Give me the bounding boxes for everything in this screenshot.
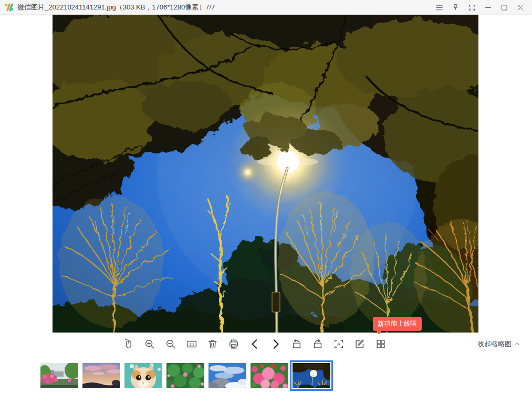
pencil-square-icon (354, 338, 366, 350)
collapse-thumbnails-label: 收起缩略图 (477, 339, 512, 349)
previous-image-button[interactable] (248, 337, 262, 351)
chevron-up-icon (514, 341, 520, 347)
rotate-right-icon (312, 338, 324, 350)
bottom-toolbar: 1:1 (0, 333, 532, 360)
fullscreen-icon[interactable] (464, 0, 480, 15)
magnifier-plus-icon (144, 338, 155, 350)
thumbnail-park-flowers[interactable] (40, 363, 78, 388)
zoom-out-button[interactable] (164, 337, 178, 351)
mouse-drag-button[interactable] (122, 337, 135, 351)
next-image-button[interactable] (269, 337, 283, 351)
one-to-one-icon: 1:1 (186, 338, 197, 350)
thumbnail-sunset-sky[interactable] (82, 363, 120, 388)
thumbnail-strip (40, 363, 330, 388)
image-viewer-canvas (0, 15, 532, 333)
rotate-right-button[interactable] (311, 337, 325, 351)
thumbnail-lotus-leaves[interactable] (166, 363, 204, 388)
window-controls (431, 0, 529, 15)
close-icon[interactable] (513, 0, 529, 15)
ocr-brackets-a-icon: A (333, 338, 345, 350)
new-feature-tooltip: 新功能上线啦 (373, 317, 422, 331)
rotate-left-icon (291, 338, 302, 350)
thumbnail-night-streetlamp-current[interactable] (290, 360, 333, 391)
grid-icon (375, 338, 387, 350)
magnifier-minus-icon (165, 338, 176, 350)
new-feature-tooltip-text: 新功能上线啦 (378, 320, 417, 327)
actual-size-button[interactable]: 1:1 (185, 337, 199, 351)
maximize-icon[interactable] (496, 0, 513, 15)
svg-text:1:1: 1:1 (189, 343, 194, 346)
thumbnail-pink-roses[interactable] (251, 363, 288, 388)
collapse-thumbnails-button[interactable]: 收起缩略图 (476, 337, 521, 351)
edit-button[interactable] (353, 337, 367, 351)
window-title: 微信图片_202210241141291.jpg（303 KB，1706*128… (17, 3, 215, 12)
zoom-in-button[interactable] (143, 337, 157, 351)
printer-icon (228, 338, 239, 350)
rotate-left-button[interactable] (290, 337, 304, 351)
toolbar-buttons: 1:1 (122, 337, 388, 351)
svg-text:A: A (337, 341, 341, 347)
trash-icon (207, 338, 218, 350)
app-logo-icon (4, 3, 14, 12)
chevron-left-icon (249, 338, 260, 350)
print-button[interactable] (227, 337, 241, 351)
delete-button[interactable] (206, 337, 220, 351)
menu-icon[interactable] (431, 0, 447, 15)
ocr-button[interactable]: A (332, 337, 346, 351)
pin-icon[interactable] (447, 0, 464, 15)
thumbnail-blue-sky-clouds[interactable] (208, 363, 246, 388)
titlebar: 微信图片_202210241141291.jpg（303 KB，1706*128… (0, 0, 532, 15)
mouse-icon (123, 338, 134, 350)
minimize-icon[interactable] (480, 0, 496, 15)
more-tools-button[interactable] (374, 337, 388, 351)
thumbnail-cat-face[interactable] (124, 363, 162, 388)
chevron-right-icon (270, 338, 281, 350)
main-photo[interactable] (53, 15, 478, 333)
